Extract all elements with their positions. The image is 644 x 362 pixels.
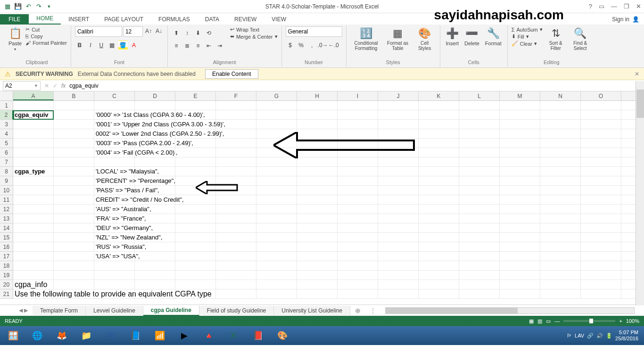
cell-L14[interactable] bbox=[459, 223, 500, 232]
cell-K7[interactable] bbox=[419, 157, 459, 166]
cell-F15[interactable] bbox=[216, 233, 256, 242]
underline-button[interactable]: U bbox=[97, 41, 106, 50]
cell-C10[interactable]: 'PASS' => "Pass / Fail", bbox=[94, 186, 135, 195]
col-header-I[interactable]: I bbox=[338, 91, 378, 100]
cell-O11[interactable] bbox=[581, 195, 621, 204]
cell-J21[interactable] bbox=[378, 289, 419, 298]
cell-C8[interactable]: 'LOCAL' => "Malaysia", bbox=[94, 167, 135, 176]
cell-M18[interactable] bbox=[500, 261, 540, 270]
cell-J12[interactable] bbox=[378, 205, 419, 214]
cell-M3[interactable] bbox=[500, 120, 540, 129]
cell-K6[interactable] bbox=[419, 148, 459, 157]
cell-O7[interactable] bbox=[581, 157, 621, 166]
cell-H19[interactable] bbox=[297, 271, 338, 280]
cell-D19[interactable] bbox=[135, 271, 175, 280]
cell-I17[interactable] bbox=[338, 252, 378, 261]
cell-G13[interactable] bbox=[256, 214, 297, 223]
cell-O4[interactable] bbox=[581, 129, 621, 138]
cell-N12[interactable] bbox=[540, 205, 581, 214]
cell-I12[interactable] bbox=[338, 205, 378, 214]
cell-J3[interactable] bbox=[378, 120, 419, 129]
enter-formula-icon[interactable]: ✓ bbox=[53, 82, 58, 89]
orientation-icon[interactable]: ⟲ bbox=[204, 28, 214, 38]
cell-G10[interactable] bbox=[256, 186, 297, 195]
cell-O13[interactable] bbox=[581, 214, 621, 223]
cell-D1[interactable] bbox=[135, 101, 175, 110]
cell-D18[interactable] bbox=[135, 261, 175, 270]
cell-I1[interactable] bbox=[338, 101, 378, 110]
italic-button[interactable]: I bbox=[86, 41, 95, 50]
copy-button[interactable]: ⎘Copy bbox=[25, 33, 67, 39]
horizontal-scrollbar[interactable] bbox=[385, 307, 635, 314]
cell-L1[interactable] bbox=[459, 101, 500, 110]
cell-G8[interactable] bbox=[256, 167, 297, 176]
format-cells-button[interactable]: 🔧Format bbox=[483, 26, 504, 47]
name-box[interactable]: A2▼ bbox=[3, 81, 41, 90]
cell-N5[interactable] bbox=[540, 139, 581, 148]
tab-view[interactable]: VIEW bbox=[264, 14, 294, 25]
cell-L9[interactable] bbox=[459, 176, 500, 185]
cell-L17[interactable] bbox=[459, 252, 500, 261]
cell-N10[interactable] bbox=[540, 186, 581, 195]
cell-B21[interactable] bbox=[54, 289, 94, 298]
align-left-icon[interactable]: ≡ bbox=[172, 41, 181, 50]
row-header-9[interactable]: 9 bbox=[0, 176, 13, 186]
cell-F17[interactable] bbox=[216, 252, 256, 261]
add-sheet-button[interactable]: ⊕ bbox=[350, 305, 365, 316]
cell-E1[interactable] bbox=[175, 101, 216, 110]
cell-K10[interactable] bbox=[419, 186, 459, 195]
cell-C6[interactable]: '0004' => 'Fail (CGPA < 2.00)', bbox=[94, 148, 135, 157]
sort-filter-button[interactable]: ⇅Sort & Filter bbox=[545, 26, 567, 52]
cell-A1[interactable] bbox=[13, 101, 54, 110]
tab-data[interactable]: DATA bbox=[198, 14, 227, 25]
cell-G3[interactable] bbox=[256, 120, 297, 129]
cell-K21[interactable] bbox=[419, 289, 459, 298]
cell-M5[interactable] bbox=[500, 139, 540, 148]
cell-O5[interactable] bbox=[581, 139, 621, 148]
taskbar-app1-icon[interactable]: 📘 bbox=[124, 328, 147, 344]
cell-H18[interactable] bbox=[297, 261, 338, 270]
cell-F1[interactable] bbox=[216, 101, 256, 110]
cell-L6[interactable] bbox=[459, 148, 500, 157]
insert-cells-button[interactable]: ➕Insert bbox=[444, 26, 461, 47]
cell-L19[interactable] bbox=[459, 271, 500, 280]
cell-C17[interactable]: 'USA' => "USA", bbox=[94, 252, 135, 261]
cell-L3[interactable] bbox=[459, 120, 500, 129]
vertical-scrollbar[interactable] bbox=[636, 81, 644, 305]
cell-A3[interactable] bbox=[13, 120, 54, 129]
tray-flag-icon[interactable]: 🏳 bbox=[567, 333, 572, 338]
cell-E21[interactable] bbox=[175, 289, 216, 298]
cell-H17[interactable] bbox=[297, 252, 338, 261]
cancel-formula-icon[interactable]: ✕ bbox=[44, 82, 49, 89]
sign-in-link[interactable]: Sign in👤 bbox=[607, 14, 644, 25]
indent-decrease-icon[interactable]: ⇤ bbox=[204, 41, 214, 50]
save-icon[interactable]: 💾 bbox=[14, 3, 22, 10]
tray-lang-icon[interactable]: LAV bbox=[575, 333, 584, 338]
cell-G9[interactable] bbox=[256, 176, 297, 185]
cell-D3[interactable] bbox=[135, 120, 175, 129]
zoom-out-icon[interactable]: — bbox=[554, 318, 560, 324]
cell-A11[interactable] bbox=[13, 195, 54, 204]
sheet-tab-university-guideline[interactable]: University List Guideline bbox=[274, 306, 350, 315]
tray-battery-icon[interactable]: 🔋 bbox=[606, 333, 612, 339]
cell-H15[interactable] bbox=[297, 233, 338, 242]
cell-M15[interactable] bbox=[500, 233, 540, 242]
delete-cells-button[interactable]: ➖Delete bbox=[462, 26, 481, 47]
row-header-20[interactable]: 20 bbox=[0, 280, 13, 289]
cell-C19[interactable] bbox=[94, 271, 135, 280]
cell-M1[interactable] bbox=[500, 101, 540, 110]
taskbar-excel-icon[interactable]: X bbox=[222, 328, 245, 344]
cell-styles-button[interactable]: 🎨Cell Styles bbox=[413, 26, 436, 52]
cell-B7[interactable] bbox=[54, 157, 94, 166]
redo-icon[interactable]: ↷ bbox=[35, 3, 42, 10]
cell-K1[interactable] bbox=[419, 101, 459, 110]
cell-L8[interactable] bbox=[459, 167, 500, 176]
cell-O15[interactable] bbox=[581, 233, 621, 242]
cell-I15[interactable] bbox=[338, 233, 378, 242]
cell-O3[interactable] bbox=[581, 120, 621, 129]
find-select-button[interactable]: 🔍Find & Select bbox=[569, 26, 592, 52]
help-icon[interactable]: ? bbox=[589, 3, 592, 10]
cell-D16[interactable] bbox=[135, 242, 175, 251]
cell-H1[interactable] bbox=[297, 101, 338, 110]
percent-icon[interactable]: % bbox=[297, 41, 306, 50]
